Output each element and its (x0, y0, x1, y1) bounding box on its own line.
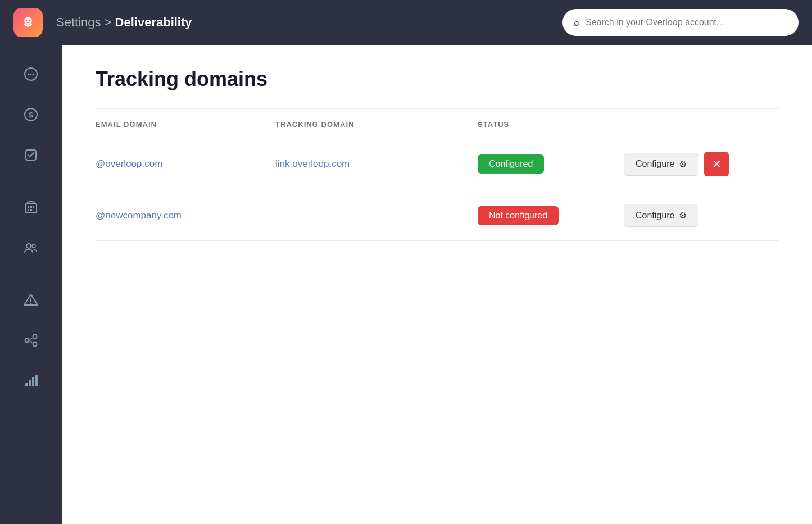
app-logo (13, 8, 43, 37)
email-domain-1: @overloop.com (96, 158, 275, 170)
svg-point-21 (25, 339, 29, 343)
page-title: Tracking domains (96, 67, 778, 91)
delete-button-1[interactable]: ✕ (704, 152, 729, 176)
sidebar-item-revenue[interactable]: $ (13, 97, 49, 133)
email-domain-2: @newcompany.com (96, 210, 275, 221)
svg-point-17 (32, 244, 35, 248)
svg-rect-29 (35, 375, 38, 386)
main-content: Tracking domains EMAIL DOMAIN TRACKING D… (62, 45, 812, 524)
sidebar-item-alerts[interactable] (13, 282, 49, 318)
svg-rect-10 (25, 204, 37, 213)
gear-icon: ⚙ (679, 159, 687, 170)
svg-rect-14 (28, 209, 29, 211)
svg-rect-26 (25, 383, 28, 386)
svg-point-5 (30, 74, 32, 75)
sidebar: $ (0, 45, 62, 524)
col-actions (624, 120, 778, 129)
sidebar-item-company[interactable] (13, 189, 49, 225)
svg-point-1 (26, 20, 28, 21)
status-badge-configured: Configured (478, 154, 544, 174)
svg-text:$: $ (29, 111, 33, 119)
table-row: @newcompany.com Not configured Configure… (96, 190, 778, 241)
sidebar-item-analytics[interactable] (13, 363, 49, 399)
svg-rect-27 (29, 380, 31, 386)
topbar: Settings > Deliverability ⌕ (0, 0, 812, 45)
breadcrumb: Settings > Deliverability (56, 15, 562, 30)
svg-point-16 (26, 244, 31, 248)
svg-rect-13 (33, 206, 34, 208)
col-status: STATUS (478, 120, 624, 129)
col-email-domain: EMAIL DOMAIN (96, 120, 275, 129)
svg-point-0 (24, 17, 32, 25)
col-tracking-domain: TRACKING DOMAIN (275, 120, 478, 129)
gear-icon: ⚙ (679, 210, 687, 221)
svg-rect-12 (30, 206, 32, 208)
status-cell-1: Configured (478, 154, 624, 174)
svg-point-23 (33, 343, 37, 347)
search-bar[interactable]: ⌕ (562, 9, 799, 36)
svg-point-2 (29, 20, 31, 21)
status-cell-2: Not configured (478, 206, 624, 225)
configure-label-2: Configure (636, 211, 674, 221)
tracking-domain-1: link.overloop.com (275, 158, 478, 170)
svg-rect-28 (32, 377, 34, 386)
search-input[interactable] (586, 17, 787, 28)
sidebar-item-integrations[interactable] (13, 322, 49, 358)
svg-point-4 (28, 74, 30, 75)
configure-label-1: Configure (636, 159, 674, 169)
sidebar-item-contacts[interactable] (13, 230, 49, 266)
actions-cell-1: Configure ⚙ ✕ (624, 152, 778, 176)
svg-line-24 (29, 338, 33, 340)
sidebar-item-tasks[interactable] (13, 137, 49, 173)
svg-rect-11 (28, 206, 29, 208)
svg-rect-15 (30, 209, 32, 211)
sidebar-divider-2 (14, 274, 48, 274)
svg-point-22 (33, 335, 37, 339)
configure-button-1[interactable]: Configure ⚙ (624, 153, 698, 176)
table-header: EMAIL DOMAIN TRACKING DOMAIN STATUS (96, 109, 778, 138)
actions-cell-2: Configure ⚙ (624, 204, 778, 227)
status-badge-not-configured: Not configured (478, 206, 559, 225)
table-row: @overloop.com link.overloop.com Configur… (96, 138, 778, 190)
svg-point-20 (30, 303, 31, 304)
layout: $ (0, 45, 812, 524)
search-icon: ⌕ (574, 17, 580, 29)
close-icon: ✕ (712, 157, 722, 171)
tracking-domains-table: EMAIL DOMAIN TRACKING DOMAIN STATUS @ove… (96, 108, 778, 241)
configure-button-2[interactable]: Configure ⚙ (624, 204, 698, 227)
sidebar-divider-1 (14, 181, 48, 181)
svg-line-25 (29, 340, 33, 343)
svg-point-6 (33, 74, 34, 75)
sidebar-item-conversations[interactable] (13, 56, 49, 92)
